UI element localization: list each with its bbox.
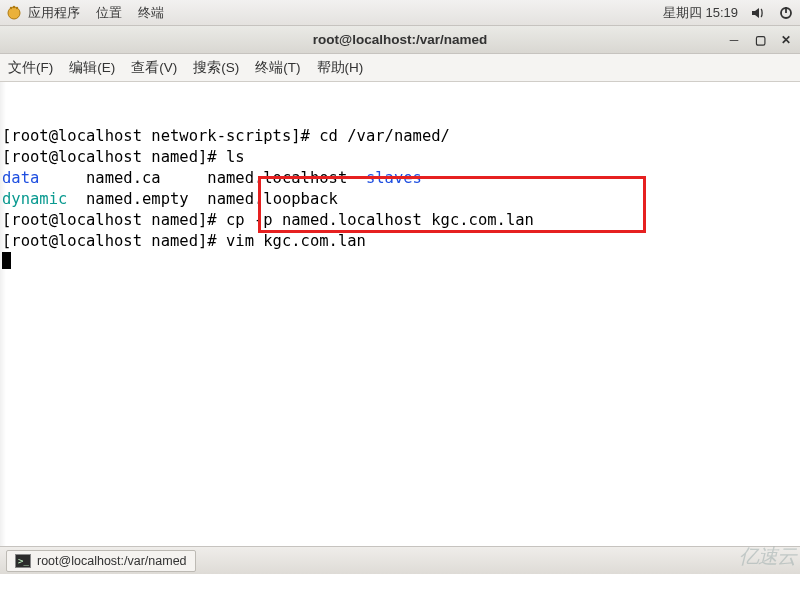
taskbar-window-label: root@localhost:/var/named bbox=[37, 554, 187, 568]
menubar: 文件(F) 编辑(E) 查看(V) 搜索(S) 终端(T) 帮助(H) bbox=[0, 54, 800, 82]
terminal-cursor bbox=[2, 252, 11, 269]
menu-view[interactable]: 查看(V) bbox=[131, 59, 177, 77]
svg-text:>_: >_ bbox=[18, 556, 29, 566]
svg-point-1 bbox=[10, 6, 12, 8]
terminal-text: [root@localhost named]# ls bbox=[2, 148, 245, 166]
clock[interactable]: 星期四 15:19 bbox=[663, 4, 738, 22]
menu-help[interactable]: 帮助(H) bbox=[317, 59, 364, 77]
terminal-text: data bbox=[2, 169, 39, 187]
svg-point-2 bbox=[13, 5, 15, 7]
minimize-button[interactable]: ─ bbox=[724, 30, 744, 50]
menu-edit[interactable]: 编辑(E) bbox=[69, 59, 115, 77]
watermark: 亿速云 bbox=[739, 543, 796, 570]
svg-point-0 bbox=[8, 7, 20, 19]
window-titlebar[interactable]: root@localhost:/var/named ─ ▢ ✕ bbox=[0, 26, 800, 54]
terminal-line: [root@localhost named]# ls bbox=[2, 147, 798, 168]
terminal-icon: >_ bbox=[15, 554, 31, 568]
maximize-button[interactable]: ▢ bbox=[750, 30, 770, 50]
terminal-text: [root@localhost network-scripts]# cd /va… bbox=[2, 127, 450, 145]
top-menu-applications[interactable]: 应用程序 bbox=[28, 4, 80, 22]
terminal-line: [root@localhost named]# vim kgc.com.lan bbox=[2, 231, 798, 252]
menu-search[interactable]: 搜索(S) bbox=[193, 59, 239, 77]
power-icon[interactable] bbox=[778, 5, 794, 21]
highlight-box bbox=[258, 176, 646, 233]
top-panel: 应用程序 位置 终端 星期四 15:19 bbox=[0, 0, 800, 26]
volume-icon[interactable] bbox=[750, 5, 766, 21]
terminal-line bbox=[2, 252, 798, 273]
svg-point-3 bbox=[16, 6, 18, 8]
close-button[interactable]: ✕ bbox=[776, 30, 796, 50]
terminal-line: [root@localhost network-scripts]# cd /va… bbox=[2, 126, 798, 147]
taskbar-window-button[interactable]: >_ root@localhost:/var/named bbox=[6, 550, 196, 572]
gnome-foot-icon bbox=[6, 5, 22, 21]
menu-terminal[interactable]: 终端(T) bbox=[255, 59, 300, 77]
bottom-panel: >_ root@localhost:/var/named bbox=[0, 546, 800, 574]
top-menu-places[interactable]: 位置 bbox=[96, 4, 122, 22]
terminal-text: [root@localhost named]# vim kgc.com.lan bbox=[2, 232, 366, 250]
top-menu-terminal[interactable]: 终端 bbox=[138, 4, 164, 22]
window-title: root@localhost:/var/named bbox=[313, 32, 487, 47]
terminal-text: dynamic bbox=[2, 190, 67, 208]
menu-file[interactable]: 文件(F) bbox=[8, 59, 53, 77]
terminal[interactable]: [root@localhost network-scripts]# cd /va… bbox=[0, 82, 800, 546]
